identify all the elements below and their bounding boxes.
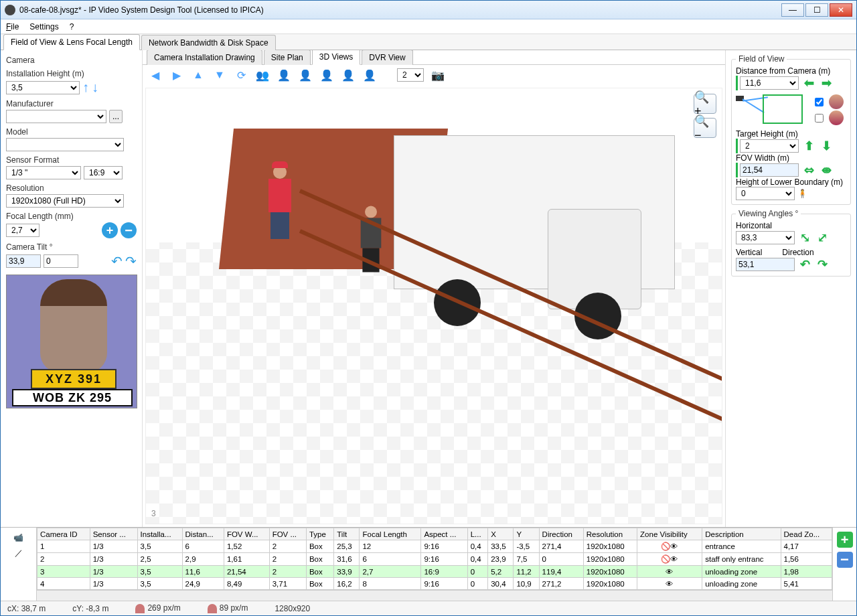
fov-panel: Field of View Distance from Camera (m) 1…: [725, 50, 856, 527]
distance-dec-icon[interactable]: ⬅: [801, 76, 816, 90]
nav-right-icon[interactable]: ▶: [169, 68, 184, 82]
grid-header[interactable]: X: [488, 528, 514, 540]
camera-overlay-icon[interactable]: 📷: [431, 68, 445, 82]
people-group-icon[interactable]: 👥: [255, 68, 270, 82]
tilt-field[interactable]: [44, 254, 78, 268]
fovw-shrink-icon[interactable]: ⇼: [819, 163, 834, 177]
horiz-expand-icon[interactable]: ⤡: [797, 230, 812, 245]
dir-cw-icon[interactable]: ↷: [815, 257, 830, 272]
table-row[interactable]: 11/33,561,522Box25,3129:160,433,5-3,5271…: [37, 540, 832, 553]
target-person2-checkbox[interactable]: [815, 114, 824, 123]
height-down-icon[interactable]: ↓: [92, 80, 98, 95]
grid-header[interactable]: Tilt: [334, 528, 360, 540]
line-tool-icon[interactable]: ／: [15, 548, 23, 559]
tab-3d-views[interactable]: 3D Views: [312, 50, 360, 65]
grid-header[interactable]: Description: [702, 528, 781, 540]
fovw-expand-icon[interactable]: ⇔: [801, 163, 816, 177]
camera-tool-icon[interactable]: 📹: [13, 533, 23, 542]
model-select[interactable]: [6, 138, 124, 151]
grid-hscroll[interactable]: [37, 590, 832, 601]
camera-panel: Camera Installation Height (m) 3,5 ↑ ↓ M…: [1, 50, 143, 527]
height-up-icon[interactable]: ↑: [82, 80, 89, 95]
tab-bandwidth[interactable]: Network Bandwidth & Disk Space: [141, 35, 276, 50]
vertical-field: [736, 258, 795, 271]
camera-label: Camera: [6, 56, 137, 65]
manufacturer-select[interactable]: [6, 110, 106, 123]
tilt-cw-icon[interactable]: ↷: [125, 253, 137, 269]
tab-fov[interactable]: Field of View & Lens Focal Length: [3, 34, 140, 50]
grid-header[interactable]: FOV ...: [269, 528, 306, 540]
focal-length-select[interactable]: 2,7: [6, 224, 40, 237]
resolution-select[interactable]: 1920x1080 (Full HD): [6, 194, 124, 208]
grid-header[interactable]: Resolution: [583, 528, 637, 540]
tab-siteplan[interactable]: Site Plan: [264, 50, 311, 65]
menu-settings[interactable]: Settings: [29, 22, 58, 31]
nav-home-icon[interactable]: ⟳: [234, 68, 248, 82]
person3-icon[interactable]: 👤: [319, 68, 334, 82]
person1-icon[interactable]: 👤: [277, 68, 291, 82]
table-row[interactable]: 31/33,511,621,542Box33,92,716:905,211,21…: [37, 566, 832, 578]
fov-width-field: [740, 163, 799, 177]
grid-header[interactable]: Dead Zo...: [781, 528, 832, 540]
aspect-select[interactable]: 16:9: [84, 166, 123, 179]
distance-select[interactable]: 11,6: [740, 76, 799, 90]
maximize-button[interactable]: ☐: [805, 3, 828, 17]
window-title: 08-cafe-08.jvsgz* - IP Video System Desi…: [19, 5, 781, 15]
status-bar: cX: 38,7 m cY: -8,3 m 269 px/m 89 px/m 1…: [1, 601, 856, 615]
pixel-density-preview: XYZ 391 WOB ZK 295: [6, 275, 137, 408]
zoom-in-button[interactable]: 🔍+: [694, 94, 716, 114]
targeth-up-icon[interactable]: ⬆: [801, 139, 816, 153]
targeth-down-icon[interactable]: ⬇: [819, 139, 834, 153]
horiz-shrink-icon[interactable]: ⤢: [815, 230, 830, 245]
table-row[interactable]: 21/32,52,91,612Box31,669:160,423,97,5019…: [37, 553, 832, 566]
preview-plate-1: XYZ 391: [31, 369, 116, 389]
person5-icon[interactable]: 👤: [362, 68, 377, 82]
dir-ccw-icon[interactable]: ↶: [797, 257, 812, 272]
grid-header[interactable]: Focal Length: [360, 528, 421, 540]
lower-boundary-select[interactable]: 0: [736, 187, 795, 200]
grid-header[interactable]: Y: [514, 528, 539, 540]
nav-down-icon[interactable]: ▼: [212, 68, 227, 82]
remove-camera-button[interactable]: −: [837, 552, 853, 568]
nav-left-icon[interactable]: ◀: [148, 68, 163, 82]
grid-header[interactable]: Sensor ...: [90, 528, 137, 540]
grid-header[interactable]: Distan...: [182, 528, 224, 540]
tilt-ccw-icon[interactable]: ↶: [111, 253, 123, 269]
tab-drawing[interactable]: Camera Installation Drawing: [147, 50, 262, 65]
distance-inc-icon[interactable]: ➡: [819, 76, 834, 90]
menu-bar: File Settings ?: [1, 19, 856, 34]
view-counter-select[interactable]: 2: [397, 68, 424, 82]
person4-icon[interactable]: 👤: [341, 68, 356, 82]
zoom-out-button[interactable]: 🔍−: [694, 118, 716, 138]
table-row[interactable]: 41/33,524,98,493,71Box16,289:16030,410,9…: [37, 578, 832, 590]
grid-header[interactable]: Installa...: [137, 528, 182, 540]
nav-up-icon[interactable]: ▲: [191, 68, 206, 82]
manufacturer-browse-button[interactable]: ...: [109, 110, 123, 123]
model-label: Model: [6, 127, 137, 137]
camera-grid[interactable]: Camera IDSensor ...Installa...Distan...F…: [37, 528, 832, 590]
add-camera-button[interactable]: +: [837, 532, 853, 548]
grid-header[interactable]: Direction: [539, 528, 583, 540]
tab-dvr[interactable]: DVR View: [362, 50, 412, 65]
menu-file[interactable]: File: [6, 22, 19, 31]
horizontal-label: Horizontal: [736, 221, 846, 230]
grid-header[interactable]: Camera ID: [37, 528, 90, 540]
target-height-select[interactable]: 2: [740, 139, 799, 153]
horizontal-select[interactable]: 83,3: [736, 231, 795, 244]
target-person1-checkbox[interactable]: [815, 98, 824, 106]
person2-icon[interactable]: 👤: [298, 68, 313, 82]
viewport-3d[interactable]: 3 🔍+ 🔍−: [145, 88, 722, 524]
close-button[interactable]: ✕: [830, 3, 852, 17]
minimize-button[interactable]: —: [781, 3, 804, 17]
grid-header[interactable]: Type: [306, 528, 333, 540]
grid-header[interactable]: Zone Visibility: [637, 528, 702, 540]
menu-help[interactable]: ?: [70, 22, 74, 31]
focal-minus-button[interactable]: −: [121, 222, 137, 238]
grid-header[interactable]: Aspect ...: [421, 528, 467, 540]
grid-header[interactable]: FOV W...: [224, 528, 269, 540]
sensor-format-select[interactable]: 1/3 ": [6, 166, 81, 179]
grid-header[interactable]: L...: [467, 528, 487, 540]
focal-plus-button[interactable]: +: [102, 222, 118, 238]
install-height-select[interactable]: 3,5: [6, 81, 80, 94]
angles-group-label: Viewing Angles °: [736, 209, 801, 218]
